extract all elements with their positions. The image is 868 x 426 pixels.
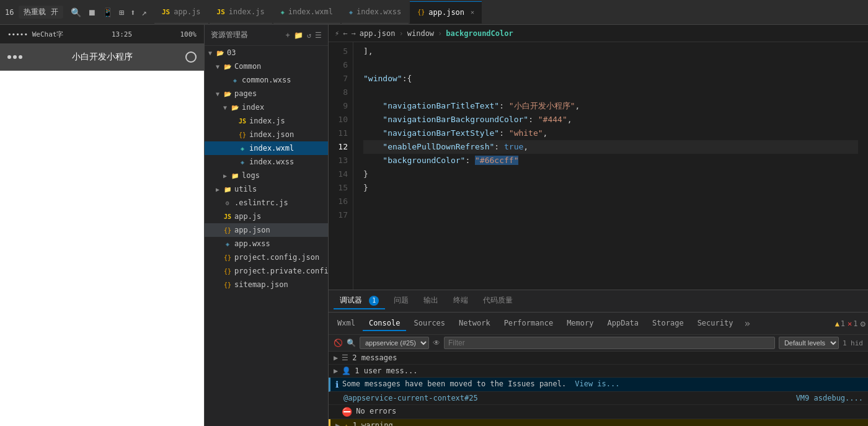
vm-link[interactable]: VM9 asdebug.... — [796, 394, 863, 402]
phone-icon[interactable]: 📱 — [102, 7, 113, 17]
expand-icon[interactable]: ▶ — [334, 353, 338, 362]
breadcrumb-part-3[interactable]: backgroundColor — [446, 29, 513, 38]
list-item[interactable]: @appservice-current-context#25 VM9 asdeb… — [329, 392, 868, 405]
root-folder-label: 03 — [227, 48, 236, 57]
close-icon[interactable]: ✕ — [471, 9, 474, 16]
tab-debugger[interactable]: 调试器 1 — [334, 293, 385, 309]
arrow-icon: ▼ — [222, 104, 228, 110]
breadcrumb-sep-2: › — [438, 29, 442, 38]
upload-icon[interactable]: ⬆ — [130, 7, 135, 17]
context-link[interactable]: @appservice-current-context#25 — [343, 394, 478, 402]
json-icon: {} — [223, 267, 232, 275]
filter-icon[interactable]: 🔍 — [347, 339, 356, 347]
warn-badge: ▲ 1 — [835, 319, 845, 328]
phone-nav-dots — [7, 55, 22, 59]
tab-performance[interactable]: Performance — [498, 316, 559, 331]
tab-memory[interactable]: Memory — [560, 316, 600, 331]
common-wxss[interactable]: ◈ common.wxss — [205, 73, 328, 87]
security-label: Security — [698, 319, 733, 327]
context-selector[interactable]: appservice (#25) — [360, 337, 429, 349]
pages-folder[interactable]: ▼ 📂 pages — [205, 87, 328, 100]
index-js-file[interactable]: JS index.js — [205, 114, 328, 128]
tab-label: app.json — [428, 8, 464, 17]
tab-index-wxml[interactable]: ◈ index.wxml — [273, 1, 340, 24]
gear-settings-icon[interactable]: ⚙ — [861, 319, 866, 329]
sitemap-file[interactable]: {} sitemap.json — [205, 278, 328, 291]
appdata-label: AppData — [607, 319, 639, 327]
sitemap-label: sitemap.json — [234, 280, 288, 289]
collapse-icon[interactable]: ☰ — [315, 31, 322, 40]
index-json-file[interactable]: {} index.json — [205, 128, 328, 141]
tab-index-js[interactable]: JS index.js — [210, 1, 272, 24]
stop-icon[interactable]: ⏹ — [87, 7, 96, 17]
eslintrc-file[interactable]: ⚙ .eslintrc.js — [205, 196, 328, 210]
common-wxss-label: common.wxss — [242, 76, 291, 84]
app-json-file[interactable]: {} app.json — [205, 223, 328, 237]
code-line — [363, 86, 858, 99]
phone-nav-title: 小白开发小程序 — [72, 51, 133, 63]
json-icon: {} — [238, 130, 247, 139]
hot-reload-toggle[interactable]: 热重载 开 — [19, 6, 63, 19]
error-count: 1 — [853, 319, 857, 328]
tab-sources[interactable]: Sources — [407, 316, 451, 331]
list-item[interactable]: ▶ ⚠ 1 warning — [329, 419, 868, 426]
share-icon[interactable]: ↗ — [142, 7, 147, 17]
project-config-file[interactable]: {} project.config.json — [205, 251, 328, 264]
code-line — [363, 58, 858, 72]
list-item[interactable]: ▶ ⛔ No errors — [329, 405, 868, 419]
tab-console[interactable]: Console — [363, 316, 407, 331]
search-icon[interactable]: 🔍 — [71, 7, 81, 17]
tab-quality[interactable]: 代码质量 — [477, 293, 519, 309]
entry-text: 2 messages — [352, 353, 397, 362]
app-js-file[interactable]: JS app.js — [205, 210, 328, 223]
index-wxss-file[interactable]: ◈ index.wxss — [205, 155, 328, 169]
utils-folder[interactable]: ▶ 📁 utils — [205, 182, 328, 196]
root-folder[interactable]: ▼ 📂 03 — [205, 46, 328, 60]
more-tabs-icon[interactable]: » — [740, 315, 754, 332]
list-item[interactable]: ℹ Some messages have been moved to the I… — [329, 378, 868, 392]
refresh-icon[interactable]: ↺ — [307, 31, 311, 40]
tab-bar: JS app.js JS index.js ◈ index.wxml ◈ ind… — [154, 1, 863, 24]
breadcrumb-part-2[interactable]: window — [407, 29, 434, 38]
tab-app-js[interactable]: JS app.js — [154, 1, 208, 24]
level-selector[interactable]: Default levels — [779, 337, 839, 349]
tab-issues[interactable]: 问题 — [388, 293, 415, 309]
wxml-label: Wxml — [337, 319, 355, 327]
tab-app-json[interactable]: {} app.json ✕ — [410, 1, 482, 24]
tab-security[interactable]: Security — [691, 316, 740, 331]
tab-network[interactable]: Network — [453, 316, 497, 331]
index-folder[interactable]: ▼ 📂 index — [205, 100, 328, 114]
filter-input[interactable] — [444, 337, 775, 349]
common-folder[interactable]: ▼ 📂 Common — [205, 60, 328, 73]
breadcrumb-nav-forward[interactable]: → — [351, 29, 355, 38]
breadcrumb-part-1[interactable]: app.json — [360, 29, 396, 38]
view-link[interactable]: View is... — [575, 379, 619, 388]
clear-icon[interactable]: 🚫 — [334, 339, 343, 347]
tab-appdata[interactable]: AppData — [601, 316, 645, 331]
breadcrumb-nav-back[interactable]: ← — [343, 29, 347, 38]
expand-icon[interactable]: ▶ — [334, 366, 338, 375]
new-folder-icon[interactable]: 📁 — [294, 31, 303, 40]
tab-terminal[interactable]: 终端 — [447, 293, 474, 309]
expand-icon[interactable]: ▶ — [335, 421, 340, 426]
code-line: "navigationBarBackgroundColor": "#444", — [363, 113, 858, 126]
list-item[interactable]: ▶ 👤 1 user mess... — [329, 365, 868, 378]
code-editor[interactable]: 5 6 7 8 9 10 11 12 13 14 15 16 17 ], — [329, 42, 868, 290]
tab-storage[interactable]: Storage — [646, 316, 690, 331]
tab-output[interactable]: 输出 — [417, 293, 445, 309]
hide-count: 1 hid — [843, 339, 863, 347]
new-file-icon[interactable]: + — [286, 31, 290, 40]
grid-icon[interactable]: ⊞ — [119, 7, 124, 17]
index-wxml-file[interactable]: ◈ index.wxml — [205, 141, 328, 155]
top-bar: 16 热重载 开 🔍 ⏹ 📱 ⊞ ⬆ ↗ JS app.js JS index.… — [0, 0, 868, 25]
common-folder-label: Common — [234, 62, 261, 71]
logs-folder[interactable]: ▶ 📁 logs — [205, 169, 328, 182]
eye-icon[interactable]: 👁 — [433, 339, 440, 347]
code-content[interactable]: ], "window":{ "navigationBarTitleText": … — [353, 42, 868, 290]
list-item[interactable]: ▶ ☰ 2 messages — [329, 352, 868, 365]
app-wxss-file[interactable]: ◈ app.wxss — [205, 237, 328, 251]
project-private-file[interactable]: {} project.private.config.js... — [205, 264, 328, 278]
tab-wxml[interactable]: Wxml — [331, 316, 361, 331]
tab-index-wxss[interactable]: ◈ index.wxss — [342, 1, 409, 24]
entry-text: No errors — [356, 407, 396, 415]
